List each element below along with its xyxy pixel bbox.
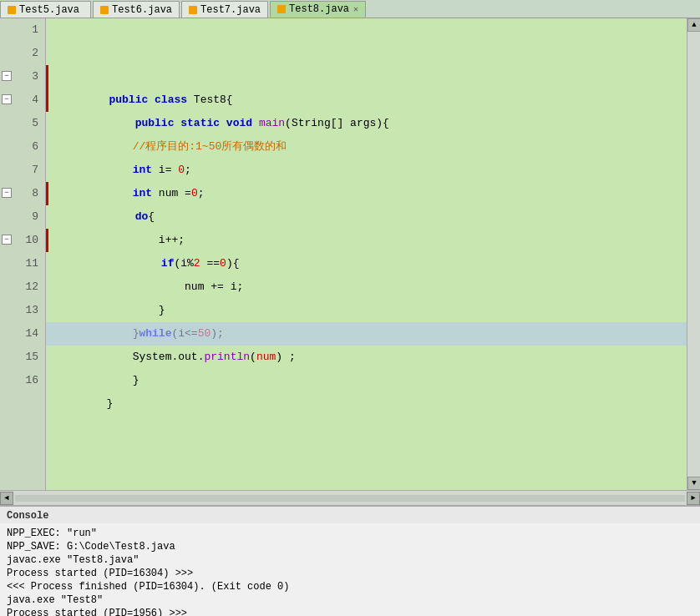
- console-line-2: NPP_SAVE: G:\Code\Test8.java: [7, 540, 693, 553]
- code-line-8: do{: [46, 182, 687, 205]
- java-icon: [277, 5, 286, 13]
- line-num-7: 7: [0, 159, 45, 182]
- close-brace-class: }: [106, 397, 113, 410]
- java-icon: [8, 6, 16, 14]
- horizontal-scrollbar: ◄ ►: [0, 490, 700, 505]
- tab-bar: Test5.java Test6.java Test7.java Test8.j…: [0, 0, 700, 18]
- vertical-scrollbar: ▲ ▼: [687, 18, 700, 490]
- line-num-16: 16: [0, 369, 45, 392]
- line-numbers: 1 2 3 − 4 − 5 6 7 8 − 9 10 − 11 12: [0, 18, 46, 490]
- tab-test5-label: Test5.java: [19, 4, 79, 16]
- collapse-icon-4[interactable]: −: [2, 94, 12, 104]
- console-line-7: Process started (PID=1956) >>>: [7, 607, 693, 616]
- code-line-14: System.out.println(num) ;: [46, 322, 687, 346]
- console-line-6: java.exe "Test8": [7, 593, 693, 607]
- scroll-track-h[interactable]: [15, 495, 685, 502]
- line-num-3: 3 −: [0, 65, 45, 88]
- console-line-5: <<< Process finished (PID=16304). (Exit …: [7, 580, 693, 593]
- tab-test7-label: Test7.java: [200, 4, 261, 16]
- line-num-13: 13: [0, 299, 45, 322]
- java-icon: [189, 6, 197, 14]
- code-area[interactable]: public class Test8{ public static void m…: [46, 18, 687, 490]
- tab-test6-label: Test6.java: [112, 4, 172, 16]
- code-line-5: //程序目的:1~50所有偶数的和: [46, 112, 687, 135]
- console-header: Console: [0, 505, 700, 523]
- line-num-14: 14: [0, 322, 45, 346]
- code-line-2: [46, 42, 687, 65]
- line-num-2: 2: [0, 42, 45, 65]
- collapse-icon-10[interactable]: −: [2, 235, 12, 245]
- line-num-10: 10 −: [0, 229, 45, 252]
- line-num-4: 4 −: [0, 88, 45, 112]
- code-line-3: public class Test8{: [46, 65, 687, 88]
- code-line-1: [46, 18, 687, 42]
- scroll-right-button[interactable]: ►: [687, 492, 700, 505]
- line-num-15: 15: [0, 346, 45, 369]
- scroll-up-button[interactable]: ▲: [687, 18, 700, 32]
- console-body: NPP_EXEC: "run" NPP_SAVE: G:\Code\Test8.…: [0, 523, 700, 616]
- line-num-1: 1: [0, 18, 45, 42]
- line-num-8: 8 −: [0, 182, 45, 205]
- console-line-4: Process started (PID=16304) >>>: [7, 567, 693, 580]
- java-icon: [100, 6, 109, 14]
- line-num-12: 12: [0, 275, 45, 299]
- line-num-6: 6: [0, 135, 45, 159]
- editor-main: 1 2 3 − 4 − 5 6 7 8 − 9 10 − 11 12: [0, 18, 687, 490]
- console-title: Console: [7, 510, 48, 522]
- code-line-12: }: [46, 275, 687, 299]
- code-line-9: i++;: [46, 205, 687, 229]
- code-line-11: num += i;: [46, 252, 687, 275]
- tab-test8-label: Test8.java: [289, 3, 349, 15]
- collapse-icon-3[interactable]: −: [2, 71, 12, 81]
- tab-test6[interactable]: Test6.java: [93, 1, 180, 18]
- scroll-down-button[interactable]: ▼: [687, 477, 700, 490]
- code-line-16: }: [46, 369, 687, 392]
- code-line-10: if(i%2 ==0){: [46, 229, 687, 252]
- line-num-11: 11: [0, 252, 45, 275]
- code-line-4: public static void main(String[] args){: [46, 88, 687, 112]
- tab-test8-close[interactable]: ✕: [353, 4, 358, 14]
- line-num-5: 5: [0, 112, 45, 135]
- tab-test7[interactable]: Test7.java: [181, 1, 268, 18]
- code-line-15: }: [46, 346, 687, 369]
- scroll-track-v[interactable]: [687, 32, 700, 477]
- editor-wrapper: 1 2 3 − 4 − 5 6 7 8 − 9 10 − 11 12: [0, 18, 700, 490]
- console-line-3: javac.exe "Test8.java": [7, 553, 693, 567]
- tab-test8[interactable]: Test8.java ✕: [270, 1, 366, 18]
- scroll-left-button[interactable]: ◄: [0, 492, 13, 505]
- code-line-7: int num =0;: [46, 159, 687, 182]
- code-line-13: }while(i<=50);: [46, 299, 687, 322]
- collapse-icon-8[interactable]: −: [2, 188, 12, 198]
- tab-test5[interactable]: Test5.java: [0, 1, 91, 18]
- code-line-6: int i= 0;: [46, 135, 687, 159]
- line-num-9: 9: [0, 205, 45, 229]
- console-line-1: NPP_EXEC: "run": [7, 527, 693, 540]
